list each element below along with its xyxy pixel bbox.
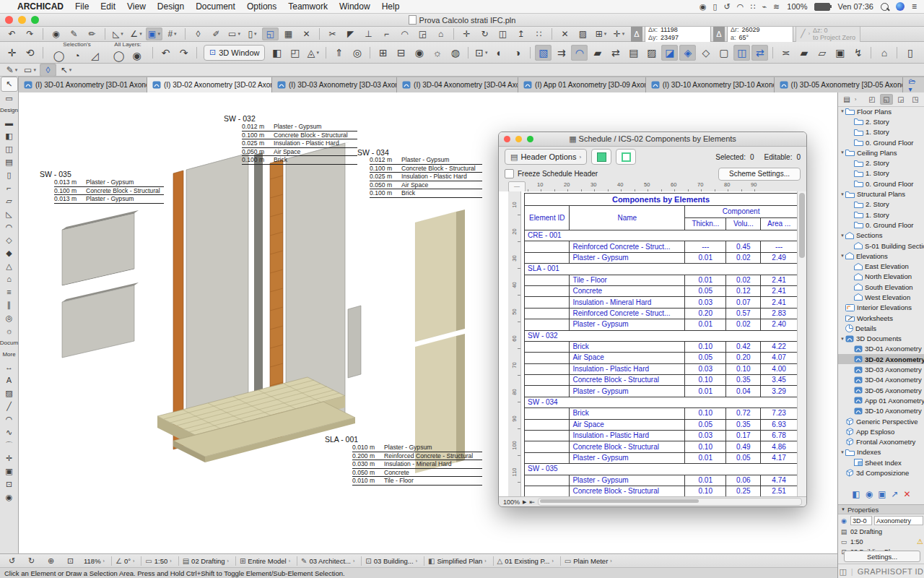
table-cell[interactable]: 0.03 [685, 431, 726, 441]
updates-icon[interactable]: ▯ [713, 2, 718, 12]
table-cell[interactable]: 4.74 [761, 475, 798, 486]
mesh-tool-icon[interactable]: △ [1, 259, 17, 272]
table-cell[interactable]: 3.29 [761, 386, 798, 397]
vr-scene-icon[interactable]: ◍ [447, 45, 463, 61]
table-cell[interactable]: 0.05 [685, 285, 726, 296]
tree-item-0-ground-floor[interactable]: 0. Ground Floor [838, 137, 924, 147]
tracker-delta-button[interactable]: Δ [631, 25, 642, 43]
table-cell[interactable]: 0.20 [726, 353, 761, 363]
freeze-header-checkbox[interactable] [505, 169, 514, 178]
selection-oval-icon[interactable]: ◯ [51, 48, 67, 64]
orbit-icon[interactable]: ⟲ [22, 45, 38, 61]
tab-2[interactable]: (I) 3D-02 Axonometry [3D-02 Axon... [147, 77, 272, 92]
table-cell[interactable]: Brick [570, 341, 685, 352]
tree-item-0-ground-floor[interactable]: 0. Ground Floor [838, 178, 924, 189]
ruler-corner[interactable]: — [508, 181, 526, 192]
bluetooth-icon[interactable]: ⌁ [762, 2, 767, 12]
tree-item-s-01-building-section[interactable]: S-01 Building Section [838, 241, 924, 251]
beam-display-icon[interactable]: ◠ [571, 45, 588, 61]
railing-tool-icon[interactable]: ∥ [1, 298, 17, 311]
table-cell[interactable] [525, 308, 570, 319]
tree-item-indexes[interactable]: ▼Indexes [838, 447, 924, 457]
table-cell[interactable]: 0.05 [685, 353, 726, 363]
tree-item-2-story[interactable]: 2. Story [838, 158, 924, 168]
table-cell[interactable]: 0.10 [685, 375, 726, 386]
table-cell[interactable]: 0.01 [685, 475, 726, 486]
tree-item-sheet-index[interactable]: Sheet Index [838, 457, 924, 467]
trim-icon[interactable]: ✂ [324, 27, 341, 40]
tree-item-details[interactable]: Details [838, 323, 924, 333]
table-cell[interactable]: 4.17 [761, 452, 798, 463]
tab-6[interactable]: (I) 3D-10 Axonometry [3D-10 Axono... [646, 77, 775, 92]
table-cell[interactable] [525, 408, 570, 419]
redo-icon[interactable]: ↷ [22, 27, 38, 40]
table-cell[interactable]: Plaster - Gypsum [570, 319, 685, 330]
tree-item-3d-05-axonometry[interactable]: 3D-05 Axonometry [838, 385, 924, 395]
hatch-drafting-icon[interactable]: ▨ [643, 45, 660, 61]
table-cell[interactable]: Concrete Block - Structural [570, 486, 685, 496]
table-cell[interactable]: 4.07 [761, 353, 798, 363]
scheme-settings-button[interactable]: Scheme Settings... [718, 168, 801, 181]
cutaway-icon[interactable]: ◧ [269, 45, 285, 61]
snap-guides-icon[interactable]: ▣ [146, 27, 162, 40]
swap-display-icon[interactable]: ⇄ [751, 45, 768, 61]
photo-render-icon[interactable]: ⊡ [473, 45, 489, 61]
inject-parameters-icon[interactable]: ✏ [84, 27, 100, 40]
tracker-xy-fields[interactable]: Δx:11198 Δy:23497 [645, 25, 711, 43]
perspective-view-icon[interactable]: ⊞ [375, 45, 391, 61]
undo-icon[interactable]: ↶ [4, 27, 20, 40]
table-cell[interactable]: 0.01 [685, 386, 726, 397]
table-cell[interactable]: Insulation - Plastic Hard [570, 363, 685, 374]
dimension-tool-icon[interactable]: ↔ [1, 361, 17, 374]
zone-tool-icon[interactable]: ⌂ [1, 272, 17, 285]
table-cell[interactable]: Tile - Floor [570, 275, 685, 285]
table-cell[interactable]: 2.83 [761, 308, 798, 319]
split-cells-button[interactable] [616, 149, 636, 165]
text-display-icon[interactable]: ▱ [814, 45, 830, 61]
frame-display-icon[interactable]: ▣ [832, 45, 848, 61]
table-cell[interactable]: Air Space [570, 419, 685, 430]
table-cell[interactable]: 0.35 [726, 419, 761, 430]
table-cell[interactable]: 0.12 [726, 285, 761, 296]
app-menu[interactable]: ARCHICAD [17, 1, 64, 12]
suspend-groups-icon[interactable]: ◱ [262, 27, 279, 40]
door-tool-icon[interactable]: ◧ [1, 129, 17, 142]
tree-item-2-story[interactable]: 2. Story [838, 199, 924, 210]
bounding-box-icon[interactable]: ▢ [715, 45, 732, 61]
tree-item-east-elevation[interactable]: East Elevation [838, 261, 924, 271]
table-cell[interactable]: 2.41 [761, 275, 798, 285]
table-cell[interactable]: 6.93 [761, 419, 798, 430]
slab-tool-icon[interactable]: ▱ [1, 194, 17, 207]
menu-help[interactable]: Help [382, 1, 400, 12]
3d-cutting-planes-icon[interactable]: ◰ [287, 45, 303, 61]
table-cell[interactable]: 4.22 [761, 341, 798, 352]
quick-option-structure-display[interactable]: ⊞Entire Model› [240, 557, 290, 565]
axonometry-view-icon[interactable]: ⊟ [393, 45, 409, 61]
marquee-tool-icon[interactable]: ▭ [1, 92, 17, 105]
table-cell[interactable]: Reinforced Concrete - Struct... [570, 308, 685, 319]
table-cell[interactable]: 0.25 [726, 486, 761, 496]
hatch-vector-icon[interactable]: ▤ [625, 45, 642, 61]
grid-tool-icon[interactable]: ⊞ [593, 27, 609, 40]
arc-tool-icon[interactable]: ◠ [1, 413, 17, 426]
property-scale[interactable]: ▭ 1:50 ⚠ [840, 537, 923, 546]
menu-teamwork[interactable]: Teamwork [288, 1, 328, 12]
tree-item-app-esploso[interactable]: App Esploso [838, 426, 924, 436]
project-map-button[interactable]: ◰ [866, 94, 879, 105]
table-cell[interactable]: 0.01 [685, 319, 726, 330]
tree-expand-arrow[interactable]: ▼ [840, 450, 845, 454]
tree-item-elevations[interactable]: ▼Elevations [838, 251, 924, 261]
menu-view[interactable]: View [127, 1, 146, 12]
measure-icon[interactable]: ◺ [110, 27, 126, 40]
morph-tool-icon[interactable]: ◆ [1, 246, 17, 259]
table-cell[interactable] [525, 275, 570, 285]
quick-option-model-view-options[interactable]: ⊡03 Building...› [365, 557, 417, 565]
header-options-button[interactable]: ▤ Header Options › [505, 149, 587, 165]
skylight-tool-icon[interactable]: ◇ [1, 233, 17, 246]
view-undo-icon[interactable]: ↶ [157, 45, 174, 61]
table-cell[interactable]: 2.41 [761, 285, 798, 296]
tree-item-3d-03-axonometry[interactable]: 3D-03 Axonometry [838, 364, 924, 374]
quick-option-layer-combination[interactable]: ▤02 Drafting› [183, 557, 229, 565]
column-display-icon[interactable]: ▰ [589, 45, 606, 61]
table-cell[interactable]: Components by Elements [525, 194, 798, 206]
